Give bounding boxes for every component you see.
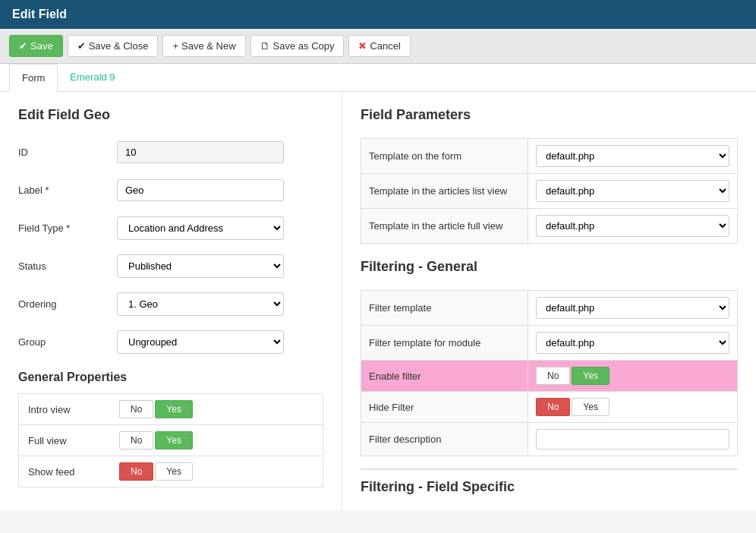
field-status-label: Status — [18, 260, 117, 272]
show-feed-row: Show feed No Yes — [18, 456, 323, 487]
hide-filter-toggle: No Yes — [536, 398, 729, 416]
filter-template-select[interactable]: default.php — [536, 297, 729, 319]
field-status-select[interactable]: Published Unpublished — [117, 254, 284, 278]
save-button[interactable]: ✔ Save — [9, 35, 63, 57]
save-close-icon: ✔ — [77, 40, 86, 52]
save-close-button[interactable]: ✔ Save & Close — [68, 35, 159, 57]
field-status-row: Status Published Unpublished — [18, 252, 323, 279]
param-value-cell: default.php — [528, 139, 738, 174]
table-row: Filter template default.php — [361, 291, 738, 326]
filter-template-module-select[interactable]: default.php — [536, 332, 729, 354]
field-params-table: Template on the form default.php Templat… — [361, 138, 738, 244]
param-value-cell: default.php — [528, 174, 738, 209]
intro-view-no[interactable]: No — [119, 400, 153, 418]
toolbar: ✔ Save ✔ Save & Close + Save & New 🗋 Sav… — [0, 29, 756, 64]
field-id-row: ID — [18, 138, 323, 166]
filter-description-input[interactable] — [536, 429, 729, 449]
save-new-icon: + — [172, 40, 178, 52]
template-list-select[interactable]: default.php — [536, 180, 729, 202]
field-type-row: Field Type * Location and Address — [18, 214, 323, 241]
enable-filter-row: Enable filter No Yes — [361, 361, 738, 392]
show-feed-yes[interactable]: Yes — [155, 462, 193, 481]
left-panel: Edit Field Geo ID Label * Field Type * L… — [0, 92, 342, 510]
right-panel: Field Parameters Template on the form de… — [342, 92, 756, 510]
show-feed-label: Show feed — [28, 466, 119, 478]
param-value-cell: default.php — [528, 209, 738, 244]
field-id-input[interactable] — [117, 141, 284, 163]
table-row: Template on the form default.php — [361, 139, 738, 174]
field-group-label: Group — [18, 336, 117, 348]
table-row: Filter description — [361, 423, 738, 456]
enable-filter-yes[interactable]: Yes — [572, 367, 610, 385]
param-label: Template on the form — [361, 139, 528, 174]
field-ordering-label: Ordering — [18, 298, 117, 310]
param-label: Template in the articles list view — [361, 174, 528, 209]
full-view-no[interactable]: No — [119, 431, 153, 449]
show-feed-toggle: No Yes — [119, 462, 193, 481]
table-row: Filter template for module default.php — [361, 326, 738, 361]
save-copy-button[interactable]: 🗋 Save as Copy — [250, 35, 345, 57]
intro-view-label: Intro view — [28, 404, 119, 415]
cancel-icon: ✖ — [358, 40, 367, 52]
template-full-select[interactable]: default.php — [536, 215, 729, 237]
field-ordering-select[interactable]: 1. Geo — [117, 292, 284, 316]
field-params-title: Field Parameters — [361, 107, 738, 123]
general-properties-title: General Properties — [18, 371, 323, 384]
field-id-label: ID — [18, 147, 117, 158]
page-title: Edit Field — [12, 8, 67, 20]
filter-desc-label: Filter description — [361, 423, 528, 456]
show-feed-no[interactable]: No — [119, 462, 153, 481]
field-label-row: Label * — [18, 176, 323, 203]
hide-filter-label: Hide Filter — [361, 392, 528, 423]
enable-filter-toggle: No Yes — [536, 367, 729, 385]
field-label-label: Label * — [18, 184, 117, 196]
save-icon: ✔ — [19, 40, 27, 52]
edit-field-title: Edit Field Geo — [18, 107, 323, 123]
tab-emerald[interactable]: Emerald 9 — [58, 64, 127, 92]
main-content: Edit Field Geo ID Label * Field Type * L… — [0, 92, 756, 510]
hide-filter-no[interactable]: No — [536, 398, 570, 416]
filtering-specific-title: Filtering - Field Specific — [361, 468, 738, 495]
intro-view-row: Intro view No Yes — [18, 393, 323, 425]
full-view-label: Full view — [28, 435, 119, 446]
full-view-toggle: No Yes — [119, 431, 193, 449]
filter-template-module-cell: default.php — [528, 326, 738, 361]
filter-desc-cell — [528, 423, 738, 456]
field-group-row: Group Ungrouped — [18, 328, 323, 355]
filtering-table: Filter template default.php Filter templ… — [361, 290, 738, 456]
save-copy-icon: 🗋 — [260, 40, 270, 52]
field-type-label: Field Type * — [18, 222, 117, 234]
template-form-select[interactable]: default.php — [536, 145, 729, 167]
enable-filter-no[interactable]: No — [536, 367, 570, 385]
field-ordering-row: Ordering 1. Geo — [18, 290, 323, 317]
tab-form[interactable]: Form — [9, 64, 58, 92]
field-type-select[interactable]: Location and Address — [117, 216, 284, 240]
table-row: Hide Filter No Yes — [361, 392, 738, 423]
param-label: Template in the article full view — [361, 209, 528, 244]
field-group-select[interactable]: Ungrouped — [117, 330, 284, 354]
filter-template-label: Filter template — [361, 291, 528, 326]
title-bar: Edit Field — [0, 0, 756, 29]
intro-view-toggle: No Yes — [119, 400, 193, 418]
cancel-button[interactable]: ✖ Cancel — [348, 35, 410, 57]
intro-view-yes[interactable]: Yes — [155, 400, 193, 418]
filtering-general-title: Filtering - General — [361, 259, 738, 275]
table-row: Template in the article full view defaul… — [361, 209, 738, 244]
filter-template-module-label: Filter template for module — [361, 326, 528, 361]
table-row: Template in the articles list view defau… — [361, 174, 738, 209]
enable-filter-label: Enable filter — [361, 361, 528, 392]
hide-filter-cell: No Yes — [528, 392, 738, 423]
enable-filter-cell: No Yes — [528, 361, 738, 392]
hide-filter-yes[interactable]: Yes — [572, 398, 610, 416]
field-label-input[interactable] — [117, 179, 284, 201]
save-new-button[interactable]: + Save & New — [162, 35, 245, 57]
tabs-bar: Form Emerald 9 — [0, 64, 756, 92]
filter-template-cell: default.php — [528, 291, 738, 326]
full-view-row: Full view No Yes — [18, 424, 323, 456]
full-view-yes[interactable]: Yes — [155, 431, 193, 449]
